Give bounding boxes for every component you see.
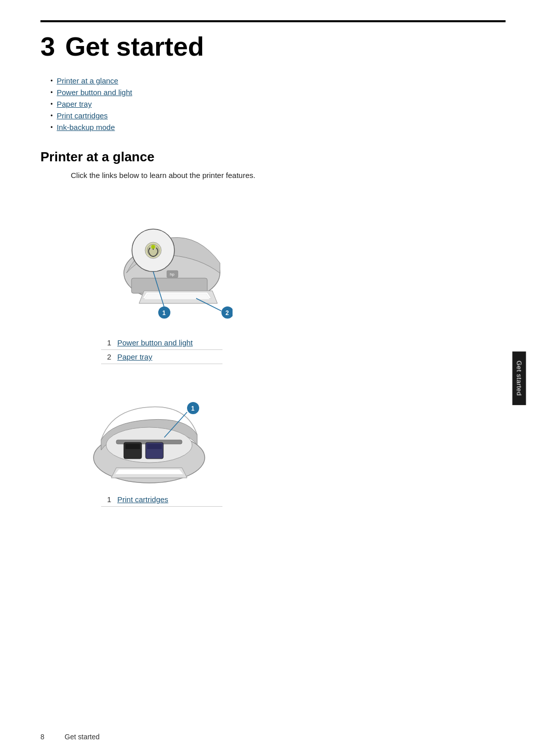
- callout-row-print-cartridges: 1 Print cartridges: [101, 493, 222, 507]
- footer-page-number: 8: [40, 733, 44, 741]
- printer-diagram-1: hp 1 2: [71, 192, 233, 334]
- callout-link-print-cartridges[interactable]: Print cartridges: [117, 495, 168, 504]
- svg-text:1: 1: [162, 309, 166, 317]
- chapter-heading: 3Get started: [40, 32, 506, 61]
- toc-item-2: Power button and light: [51, 88, 506, 97]
- toc-item-3: Paper tray: [51, 100, 506, 108]
- callout-table-2: 1 Print cartridges: [101, 493, 222, 507]
- callout-label-2: Paper tray: [115, 350, 222, 364]
- chapter-number: 3: [40, 32, 55, 61]
- callout-number-1: 1: [101, 336, 115, 350]
- printer-diagram-2-container: 1 1 Print cartridges: [71, 379, 506, 507]
- callout-table-1: 1 Power button and light 2 Paper tray: [101, 336, 222, 364]
- top-border: [40, 20, 506, 22]
- toc-item-5: Ink-backup mode: [51, 123, 506, 131]
- side-tab: Get started: [513, 351, 526, 405]
- svg-text:2: 2: [225, 309, 229, 317]
- printer-diagram-2: 1: [71, 379, 212, 491]
- svg-rect-20: [147, 444, 162, 449]
- toc-link-print-cartridges[interactable]: Print cartridges: [57, 111, 108, 120]
- svg-rect-18: [125, 444, 140, 449]
- section-heading: Printer at a glance: [40, 149, 506, 165]
- chapter-title: Get started: [65, 32, 204, 61]
- callout-number-print-cartridges: 1: [101, 493, 115, 507]
- toc-link-paper-tray[interactable]: Paper tray: [57, 100, 92, 108]
- svg-point-7: [151, 245, 155, 249]
- svg-text:1: 1: [191, 405, 195, 412]
- footer-section-label: Get started: [65, 733, 100, 741]
- toc-link-printer-at-glance[interactable]: Printer at a glance: [57, 76, 118, 85]
- toc-link-ink-backup[interactable]: Ink-backup mode: [57, 123, 115, 131]
- toc-item-1: Printer at a glance: [51, 76, 506, 85]
- callout-link-power-button[interactable]: Power button and light: [117, 338, 193, 347]
- callout-row-1: 1 Power button and light: [101, 336, 222, 350]
- callout-row-2: 2 Paper tray: [101, 350, 222, 364]
- callout-number-2: 2: [101, 350, 115, 364]
- callout-label-1: Power button and light: [115, 336, 222, 350]
- footer: 8 Get started: [40, 733, 100, 741]
- callout-label-print-cartridges: Print cartridges: [115, 493, 222, 507]
- toc-list: Printer at a glance Power button and lig…: [51, 76, 506, 131]
- toc-link-power-button[interactable]: Power button and light: [57, 88, 132, 97]
- toc-item-4: Print cartridges: [51, 111, 506, 120]
- printer-diagram-1-container: hp 1 2: [71, 192, 506, 364]
- callout-link-paper-tray[interactable]: Paper tray: [117, 352, 152, 361]
- section-intro: Click the links below to learn about the…: [71, 171, 506, 180]
- svg-text:hp: hp: [170, 272, 174, 277]
